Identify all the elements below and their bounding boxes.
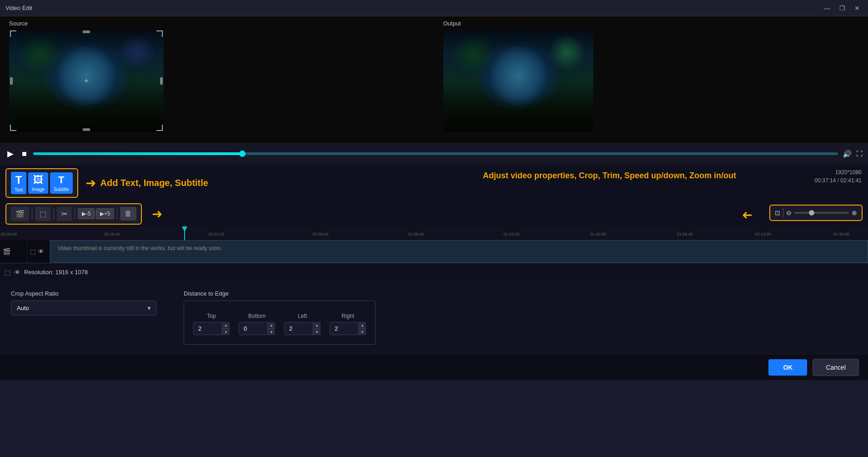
volume-button[interactable]: 🔊 xyxy=(843,150,852,158)
top-spinner-up[interactable]: ▲ xyxy=(222,322,230,329)
cancel-button[interactable]: Cancel xyxy=(813,359,859,376)
subtitle-tool-button[interactable]: T Subtitle xyxy=(50,172,72,194)
delete-button[interactable]: 🗑 xyxy=(120,207,136,221)
right-spinner-up[interactable]: ▲ xyxy=(358,322,366,329)
track-crop-icon[interactable]: ⬚ xyxy=(30,248,36,255)
corner-bl xyxy=(10,125,16,131)
top-spinner: ▲ ▼ xyxy=(222,322,230,335)
left-spinner-up[interactable]: ▲ xyxy=(313,322,321,329)
progress-track[interactable] xyxy=(33,152,838,155)
track-eye-icon[interactable]: 👁 xyxy=(38,248,44,255)
zoom-in-button[interactable]: ⊕ xyxy=(852,209,857,216)
output-scene xyxy=(443,30,593,132)
left-spinner-down[interactable]: ▼ xyxy=(313,329,321,335)
ok-button[interactable]: OK xyxy=(768,359,807,376)
time-display: 1920*1080 00:37:14 / 02:41:41 xyxy=(815,168,862,185)
image-icon: 🖼 xyxy=(33,174,43,186)
top-input-wrapper: 2 ▲ ▼ xyxy=(193,322,230,335)
right-spinner-down[interactable]: ▼ xyxy=(358,329,366,335)
crop-ratio-select-wrapper: Auto 16:9 4:3 1:1 9:16 ▼ xyxy=(11,301,156,316)
add-tools-group: T Text 🖼 Image T Subtitle xyxy=(5,168,78,198)
progress-fill xyxy=(33,152,242,155)
annotation-arrow-left: ➜ xyxy=(85,176,96,191)
resolution-crop-icon[interactable]: ⬚ xyxy=(5,269,10,276)
ruler-mark-1: 00:16:40 xyxy=(104,232,120,236)
distance-box: Top 2 ▲ ▼ Bottom 0 ▲ xyxy=(184,301,376,345)
source-crosshair: + xyxy=(84,76,89,85)
edit-tools-group: 🎬 ⬚ ✂ ▶-5 ▶+5 🗑 xyxy=(5,203,142,225)
adjust-annotation-text: Adjust video properties, Crop, Trim, Spe… xyxy=(483,171,736,181)
playback-bar: ▶ ■ 🔊 ⛶ xyxy=(0,143,868,165)
resolution-text: Resolution: 1916 x 1078 xyxy=(24,269,88,276)
ruler-mark-2: 00:33:20 xyxy=(208,232,224,236)
edit-arrow-right: ➜ xyxy=(742,207,753,222)
timeline-ruler: 00:00:00 00:16:40 00:33:20 00:50:00 01:0… xyxy=(0,226,868,240)
zoom-out-button[interactable]: ⊖ xyxy=(786,209,792,216)
text-label: Text xyxy=(15,187,23,192)
edit-toolbar: 🎬 ⬚ ✂ ▶-5 ▶+5 🗑 ➜ ⊡ ⊖ ⊕ ➜ xyxy=(0,201,868,226)
resolution-eye-icon[interactable]: 👁 xyxy=(14,269,20,276)
fullscreen-button[interactable]: ⛶ xyxy=(856,150,863,157)
distance-bottom: Bottom 0 ▲ ▼ xyxy=(239,313,275,335)
left-label: Left xyxy=(298,313,307,319)
speed-down-button[interactable]: ▶-5 xyxy=(78,208,95,219)
track-content: Video thumbnail is currently still in th… xyxy=(50,240,868,263)
minimize-button[interactable]: — xyxy=(821,4,833,13)
window-controls: — ❐ ✕ xyxy=(821,4,863,13)
resolution-bar: ⬚ 👁 Resolution: 1916 x 1078 xyxy=(0,263,868,281)
ruler-container: 00:00:00 00:16:40 00:33:20 00:50:00 01:0… xyxy=(0,226,868,238)
divider-2 xyxy=(54,208,54,219)
timeline-cursor xyxy=(184,226,185,240)
distance-label: Distance to Edge xyxy=(184,290,376,297)
video-time: 00:37:14 / 02:41:41 xyxy=(815,176,862,185)
zoom-slider[interactable] xyxy=(794,212,849,214)
zoom-fit-button[interactable]: ⊡ xyxy=(775,209,780,216)
restore-button[interactable]: ❐ xyxy=(837,4,848,13)
stop-button[interactable]: ■ xyxy=(20,147,29,161)
play-button[interactable]: ▶ xyxy=(5,147,15,161)
track-icon-video[interactable]: 🎬 xyxy=(3,248,10,255)
divider-3 xyxy=(75,208,75,219)
bottom-spinner-down[interactable]: ▼ xyxy=(267,329,275,335)
left-input-wrapper: 2 ▲ ▼ xyxy=(284,322,321,335)
ruler-mark-8: 02:13:20 xyxy=(755,232,771,236)
right-input-wrapper: 2 ▲ ▼ xyxy=(330,322,366,335)
ruler-mark-6: 01:40:00 xyxy=(590,232,606,236)
left-spinner: ▲ ▼ xyxy=(313,322,321,335)
subtitle-label: Subtitle xyxy=(54,187,69,192)
ruler-mark-4: 01:06:40 xyxy=(408,232,424,236)
track-eye-group: ⬚ 👁 xyxy=(27,240,50,263)
crop-button[interactable]: ⬚ xyxy=(35,207,51,221)
track-row: 🎬 ⬚ 👁 Video thumbnail is currently still… xyxy=(0,240,868,263)
top-spinner-down[interactable]: ▼ xyxy=(222,329,230,335)
track-icons: 🎬 xyxy=(0,240,27,263)
ruler-mark-7: 01:56:40 xyxy=(677,232,693,236)
image-label: Image xyxy=(32,187,45,192)
properties-button[interactable]: 🎬 xyxy=(11,207,29,221)
source-scene: + xyxy=(9,30,164,132)
image-tool-button[interactable]: 🖼 Image xyxy=(28,172,48,194)
ruler-mark-5: 01:23:20 xyxy=(503,232,519,236)
bottom-label: Bottom xyxy=(248,313,266,319)
right-label: Right xyxy=(341,313,354,319)
bottom-input-wrapper: 0 ▲ ▼ xyxy=(239,322,275,335)
trim-button[interactable]: ✂ xyxy=(57,207,72,221)
bottom-spinner-up[interactable]: ▲ xyxy=(267,322,275,329)
distance-grid: Top 2 ▲ ▼ Bottom 0 ▲ xyxy=(193,313,366,335)
text-tool-button[interactable]: T Text xyxy=(11,172,26,194)
divider-4 xyxy=(117,208,117,219)
crop-ratio-label: Crop Aspect Ratio xyxy=(11,290,156,297)
timeline-area: 00:00:00 00:16:40 00:33:20 00:50:00 01:0… xyxy=(0,226,868,263)
bottom-spinner: ▲ ▼ xyxy=(267,322,275,335)
speed-up-button[interactable]: ▶+5 xyxy=(96,208,115,219)
close-button[interactable]: ✕ xyxy=(852,4,863,13)
distance-section: Distance to Edge Top 2 ▲ ▼ Bottom xyxy=(184,290,376,345)
right-spinner: ▲ ▼ xyxy=(358,322,366,335)
crop-ratio-section: Crop Aspect Ratio Auto 16:9 4:3 1:1 9:16… xyxy=(11,290,156,345)
ruler-mark-3: 00:50:00 xyxy=(312,232,328,236)
toolbar-area: T Text 🖼 Image T Subtitle ➜ Add Text, Im… xyxy=(0,165,868,201)
text-icon: T xyxy=(15,174,22,186)
ruler-mark-0: 00:00:00 xyxy=(1,232,17,236)
crop-ratio-select[interactable]: Auto 16:9 4:3 1:1 9:16 xyxy=(11,301,156,316)
corner-br xyxy=(156,125,163,131)
